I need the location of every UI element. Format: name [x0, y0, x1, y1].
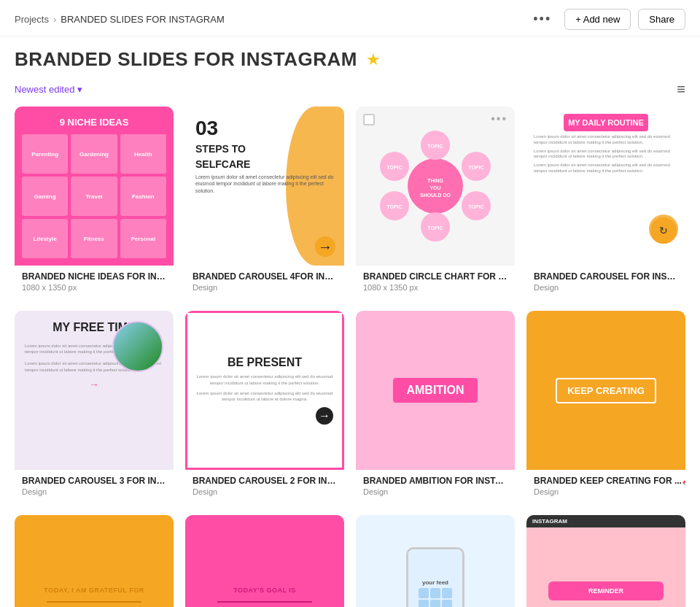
edit-icon[interactable]: ✏️: [682, 480, 685, 492]
t7-box: AMBITION: [393, 378, 477, 403]
t4-arrow-circle: ↻: [650, 217, 677, 244]
list-view-icon: ≡: [677, 81, 685, 97]
svg-text:TOPIC: TOPIC: [386, 204, 402, 209]
t10-text: TODAY'S GOAL IS: [233, 587, 296, 594]
card-8-thumb: KEEP CREATING: [526, 311, 685, 470]
top-bar: Projects › BRANDED SLIDES FOR INSTAGRAM …: [0, 0, 700, 36]
card-3-sub: 1080 x 1350 px: [363, 283, 508, 292]
card-5-sub: Design: [22, 487, 166, 496]
niche-cell-1: Gardening: [71, 134, 117, 174]
card-5-thumb: MY FREE TIME Lorem ipsum dolor sit amet …: [15, 311, 174, 470]
carousel4-desc: Lorem ipsum dolor sit amet consectetur a…: [195, 174, 334, 195]
card-8-title: BRANDED KEEP CREATING FOR ...: [534, 476, 682, 486]
card-8-info: BRANDED KEEP CREATING FOR ... Design ✏️: [526, 470, 685, 503]
top-actions: ••• + Add new Share: [527, 9, 685, 30]
card-7-thumb: AMBITION: [356, 311, 515, 470]
t6-text1: Lorem ipsum dolor sit amet consectetur a…: [196, 374, 333, 386]
card-4[interactable]: MY DAILY ROUTINE Lorem ipsum dolor sit a…: [526, 107, 685, 299]
star-icon[interactable]: ★: [366, 50, 381, 69]
breadcrumb-separator: ›: [53, 14, 56, 25]
svg-text:YOU: YOU: [429, 185, 440, 190]
card-2-info: BRANDED CAROUSEL 4FOR INSTAG... Design: [185, 266, 344, 299]
card-7-sub: Design: [363, 487, 508, 496]
card-10[interactable]: TODAY'S GOAL IS BRANDED TODAY'S GOAL FOR…: [185, 515, 344, 607]
card-4-info: BRANDED CAROUSEL FOR INSTAGR... Design: [526, 266, 685, 299]
card-6[interactable]: BE PRESENT Lorem ipsum dolor sit amet co…: [185, 311, 344, 503]
t6-arrow: →: [316, 407, 333, 425]
t5-arrow: →: [89, 379, 99, 390]
thumb-3-dots: •••: [491, 112, 508, 125]
page-title-row: BRANDED SLIDES FOR INSTAGRAM ★: [0, 36, 700, 77]
t12-top-bar: INSTAGRAM: [526, 515, 685, 527]
t8-box: KEEP CREATING: [556, 378, 656, 403]
add-new-button[interactable]: + Add new: [564, 9, 631, 30]
t2-arrow: →: [315, 236, 335, 257]
niche-grid: Parenting Gardening Health Gaming Travel…: [22, 134, 166, 258]
card-5-title: BRANDED CAROUSEL 3 FOR INSTA...: [22, 476, 166, 486]
card-1-title: BRANDED NICHE IDEAS FOR INSTA...: [22, 271, 166, 282]
niche-cell-4: Travel: [71, 177, 117, 216]
t10-line: [217, 601, 313, 603]
card-1-sub: 1080 x 1350 px: [22, 283, 166, 292]
card-4-thumb: MY DAILY ROUTINE Lorem ipsum dolor sit a…: [526, 107, 685, 266]
niche-cell-6: Lifestyle: [22, 219, 68, 258]
t4-text2: Lorem ipsum dolor sit amet consectetur a…: [534, 149, 678, 161]
filter-dropdown[interactable]: Newest edited ▾: [15, 84, 82, 95]
card-7-info: BRANDED AMBITION FOR INSTAGR... Design: [356, 470, 515, 503]
page-title: BRANDED SLIDES FOR INSTAGRAM: [15, 48, 357, 71]
card-7[interactable]: AMBITION BRANDED AMBITION FOR INSTAGR...…: [356, 311, 515, 503]
t5-circle: [112, 321, 163, 372]
card-1-info: BRANDED NICHE IDEAS FOR INSTA... 1080 x …: [15, 266, 174, 299]
phone-grid-mini: [419, 588, 452, 607]
card-1[interactable]: 9 NICHE IDEAS Parenting Gardening Health…: [15, 107, 174, 299]
circle-chart-svg: THING YOU SHOULD DO TOPIC TOPIC TOPIC TO…: [377, 128, 494, 244]
svg-text:TOPIC: TOPIC: [468, 204, 483, 209]
feed-label: your feed: [422, 579, 448, 586]
pgm-cell-4: [419, 600, 429, 607]
card-6-thumb: BE PRESENT Lorem ipsum dolor sit amet co…: [185, 311, 344, 470]
breadcrumb-current: BRANDED SLIDES FOR INSTAGRAM: [61, 14, 224, 25]
svg-text:TOPIC: TOPIC: [468, 165, 483, 170]
filter-label: Newest edited: [15, 84, 74, 95]
card-10-thumb: TODAY'S GOAL IS: [185, 515, 344, 607]
breadcrumb: Projects › BRANDED SLIDES FOR INSTAGRAM: [15, 14, 225, 25]
card-12[interactable]: INSTAGRAM REMINDER BRANDED KEEP CREATING…: [526, 515, 685, 607]
card-2-sub: Design: [192, 283, 337, 292]
niche-cell-5: Fashion: [120, 177, 166, 216]
card-7-title: BRANDED AMBITION FOR INSTAGR...: [363, 476, 508, 486]
niche-cell-2: Health: [120, 134, 166, 174]
card-5-info: BRANDED CAROUSEL 3 FOR INSTA... Design: [15, 470, 174, 503]
share-button[interactable]: Share: [638, 9, 685, 30]
t4-text3: Lorem ipsum dolor sit amet consectetur a…: [534, 163, 678, 174]
thumb-3-checkbox: [363, 114, 375, 125]
niche-cell-8: Personal: [120, 219, 166, 258]
card-2[interactable]: 03 STEPS TO SELFCARE Lorem ipsum dolor s…: [185, 107, 344, 299]
card-3-title: BRANDED CIRCLE CHART FOR INST...: [363, 271, 508, 282]
pgm-cell-1: [419, 588, 429, 598]
t9-line: [47, 601, 142, 603]
svg-text:TOPIC: TOPIC: [427, 225, 443, 231]
carousel4-number: 03: [195, 117, 334, 140]
card-9-thumb: TODAY, I AM GRATEFUL FOR: [15, 515, 174, 607]
card-2-thumb: 03 STEPS TO SELFCARE Lorem ipsum dolor s…: [185, 107, 344, 266]
more-button[interactable]: •••: [527, 9, 557, 30]
carousel4-step1: STEPS TO: [195, 143, 334, 155]
t4-text1: Lorem ipsum dolor sit amet consectetur a…: [534, 134, 678, 146]
card-5[interactable]: MY FREE TIME Lorem ipsum dolor sit amet …: [15, 311, 174, 503]
card-9[interactable]: TODAY, I AM GRATEFUL FOR BRANDED TODAY I…: [15, 515, 174, 607]
svg-text:SHOULD DO: SHOULD DO: [420, 193, 451, 198]
card-11[interactable]: your feed BRANDED FEED FOR INSTAGRAM 108…: [356, 515, 515, 607]
view-toggle[interactable]: ≡: [677, 81, 685, 98]
card-3[interactable]: ••• THING YOU SHOULD DO TOPIC TOPIC TOPI…: [356, 107, 515, 299]
niche-cell-0: Parenting: [22, 134, 68, 174]
card-grid: 9 NICHE IDEAS Parenting Gardening Health…: [0, 107, 700, 607]
t9-text: TODAY, I AM GRATEFUL FOR: [44, 587, 144, 594]
card-3-thumb: ••• THING YOU SHOULD DO TOPIC TOPIC TOPI…: [356, 107, 515, 266]
card-1-thumb: 9 NICHE IDEAS Parenting Gardening Health…: [15, 107, 174, 266]
breadcrumb-parent[interactable]: Projects: [15, 14, 49, 25]
svg-text:TOPIC: TOPIC: [386, 165, 402, 170]
card-2-title: BRANDED CAROUSEL 4FOR INSTAG...: [192, 271, 337, 282]
carousel4-step2: SELFCARE: [195, 158, 334, 171]
pgm-cell-2: [430, 588, 440, 598]
card-8[interactable]: KEEP CREATING BRANDED KEEP CREATING FOR …: [526, 311, 685, 503]
